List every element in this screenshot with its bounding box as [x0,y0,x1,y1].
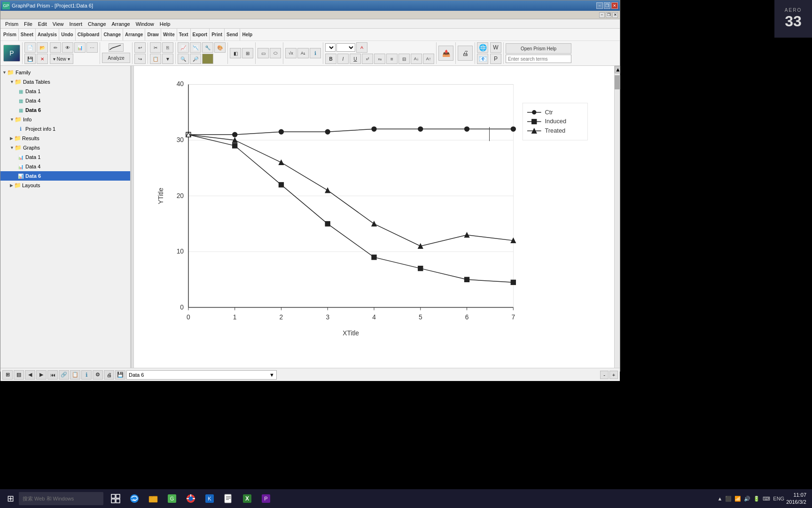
tree-node-data6-g[interactable]: 📊 Data 6 [0,171,130,181]
rect-btn[interactable]: ▭ [258,48,269,58]
nav-bookmark-btn[interactable]: 🔗 [59,370,69,380]
send3-btn[interactable]: P [490,54,501,64]
tray-language[interactable]: ENG [773,496,784,501]
nav-print-btn[interactable]: 🖨 [104,370,114,380]
tree-node-project-info-1[interactable]: ℹ Project info 1 [0,124,130,134]
save-btn[interactable]: 💾 [24,54,36,64]
taskbar-app-app9[interactable]: P [258,490,274,507]
analyze-btn[interactable]: Analyze [102,53,130,63]
inner-restore[interactable]: ❐ [606,12,611,18]
taskbar-app-app4[interactable]: G [164,490,180,507]
cut-btn[interactable]: ✂ [150,42,161,53]
nav-prev-btn[interactable]: ◀ [25,370,35,380]
menu-file[interactable]: File [21,21,35,27]
zoom-in-toolbar[interactable]: 🔎 [190,54,201,64]
tree-node-results[interactable]: ▶ 📁 Results [0,134,130,143]
status-table-btn[interactable]: ▤ [14,370,24,380]
delete-btn[interactable]: ✕ [37,54,48,64]
menu-edit[interactable]: Edit [35,21,50,27]
info-btn[interactable]: ℹ [310,48,321,58]
tray-icon-battery[interactable]: 🔋 [753,496,760,502]
menu-insert[interactable]: Insert [66,21,85,27]
superscript-btn[interactable]: x² [362,54,373,64]
nav-next-btn[interactable]: ▶ [36,370,47,380]
print-btn[interactable]: 🖨 [458,46,473,61]
export-btn[interactable]: 📤 [438,46,453,61]
status-grid-btn[interactable]: ⊞ [2,370,13,380]
font-family-select[interactable] [325,43,336,52]
paste-dropdown[interactable]: ▼ [162,54,173,64]
text-color-btn[interactable]: A [356,42,367,53]
start-button[interactable]: ⊞ [2,490,19,507]
text-size-up[interactable]: A↑ [423,54,434,64]
tree-node-layouts[interactable]: ▶ 📁 Layouts [0,181,130,190]
tree-node-data4-g[interactable]: 📊 Data 4 [0,162,130,171]
tree-node-data6-dt[interactable]: ▦ Data 6 [0,105,130,115]
more-btn[interactable]: ⋯ [86,42,98,53]
inner-minimize[interactable]: − [599,12,605,18]
taskbar-app-explorer[interactable] [145,490,162,507]
graph-svg[interactable]: 0 10 20 30 40 YTitle 0 [134,66,614,368]
menu-prism[interactable]: Prism [2,21,21,27]
menu-view[interactable]: View [50,21,67,27]
open-prism-help-btn[interactable]: Open Prism Help [506,43,571,54]
change3-btn[interactable]: 🔧 [202,42,213,53]
scroll-thumb[interactable] [615,75,620,89]
tray-icon-keyboard[interactable]: ⌨ [763,496,770,502]
math-btn[interactable]: √x [285,48,297,58]
pencil-btn[interactable]: ✏ [50,42,61,53]
open-btn[interactable]: 📂 [37,42,48,53]
arrange1-btn[interactable]: ◧ [230,48,241,58]
change4-btn[interactable]: 🎨 [214,42,226,53]
align-btn[interactable]: ≡ [386,54,398,64]
change2-btn[interactable]: 📉 [190,42,201,53]
underline-btn[interactable]: U [350,54,361,64]
send-btn[interactable]: 🌐 [477,42,488,53]
bold-btn[interactable]: B [325,54,336,64]
nav-save-btn[interactable]: 💾 [115,370,125,380]
menu-window[interactable]: Window [133,21,157,27]
minimize-button[interactable]: − [596,2,603,9]
redo-btn[interactable]: ↪ [134,54,146,64]
restore-button[interactable]: ❐ [604,2,610,9]
current-item-dropdown[interactable]: Data 6 ▼ [126,370,277,380]
tree-node-data1-dt[interactable]: ▦ Data 1 [0,87,130,96]
tray-icon-update[interactable]: ⬛ [725,496,732,502]
text-size-down[interactable]: A↓ [411,54,422,64]
nav-settings-btn[interactable]: ⚙ [93,370,103,380]
color-picker[interactable] [202,54,213,64]
taskbar-app-notepad[interactable] [220,490,237,507]
chart-btn[interactable]: 📊 [74,42,86,53]
undo-btn[interactable]: ↩ [134,42,146,53]
italic-btn[interactable]: I [337,54,349,64]
zoom-out-toolbar[interactable]: 🔍 [178,54,189,64]
arrange2-btn[interactable]: ⊞ [242,48,253,58]
tray-icon-network[interactable]: ▲ [717,496,722,501]
zoom-in-btn[interactable]: + [609,371,618,379]
nav-info-btn[interactable]: ℹ [81,370,92,380]
right-scrollbar[interactable]: ▲ [614,66,620,368]
send2-btn[interactable]: W [490,42,501,53]
close-button[interactable]: ✕ [611,2,618,9]
font-size-select[interactable] [336,43,355,52]
taskbar-clock[interactable]: 11:07 2016/3/2 [786,492,810,506]
zoom-out-btn[interactable]: - [600,371,609,379]
nav-copy-btn[interactable]: 📋 [70,370,80,380]
tree-node-info[interactable]: ▼ 📁 Info [0,115,130,124]
inner-close[interactable]: ✕ [612,12,618,18]
tree-node-graphs[interactable]: ▼ 📁 Graphs [0,143,130,152]
tray-icon-wifi[interactable]: 📶 [734,496,741,502]
analysis-icon-btn[interactable] [109,43,124,52]
help-search-input[interactable] [506,55,571,63]
change1-btn[interactable]: 📈 [178,42,189,53]
menu-arrange[interactable]: Arrange [109,21,133,27]
symbol-btn[interactable]: A₁ [297,48,309,58]
tree-node-data4-dt[interactable]: ▦ Data 4 [0,96,130,105]
menu-help[interactable]: Help [157,21,173,27]
eye-btn[interactable]: 👁 [62,42,73,53]
taskbar-app-app6[interactable]: K [201,490,218,507]
taskbar-app-task-view[interactable] [107,490,124,507]
tray-icon-sound[interactable]: 🔊 [744,496,750,502]
oval-btn[interactable]: ⬭ [270,48,281,58]
taskbar-search-input[interactable] [19,492,103,505]
